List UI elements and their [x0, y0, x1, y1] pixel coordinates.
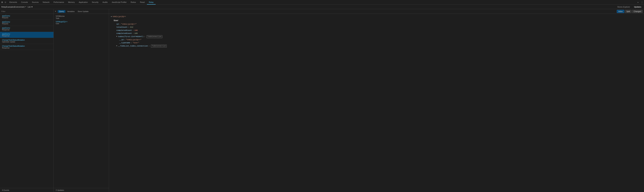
left-panel: appQuery Request appQuery Request appQue…	[0, 9, 54, 192]
event-type: Request	[2, 17, 52, 19]
tab-redux[interactable]: Redux	[129, 0, 138, 5]
close-icon[interactable]: ✕	[54, 10, 57, 13]
todo-connection-badge: TodoConnection	[146, 35, 162, 38]
field-key: completedCount	[116, 32, 132, 35]
field-value: "VXNlcjptZQ=="	[126, 39, 142, 41]
list-item[interactable]: ChangeTodoStatusMutation Optimistic Upda…	[0, 38, 54, 44]
event-type: Response	[2, 47, 52, 49]
dock-icon[interactable]: ⬒	[1, 1, 3, 4]
tab-javascript-profiler[interactable]: JavaScript Profiler	[110, 0, 129, 5]
query-sub: User	[56, 23, 107, 25]
tab-relay[interactable]: Relay	[147, 0, 156, 5]
tab-query[interactable]: Query	[58, 10, 66, 13]
middle-panel: ✕ Query Variables Store Update VG9kbzow …	[54, 9, 109, 192]
list-item[interactable]: ChangeTodoStatusMutation Response	[0, 44, 54, 50]
right-toolbar: Inline Split Changed	[109, 9, 644, 14]
right-content: ▶ VXNlcjptZQ== User id : "VXNlcjptZQ==" …	[109, 14, 644, 192]
field-key: completedCount	[116, 29, 132, 32]
list-item[interactable]: appQuery Request	[0, 14, 54, 20]
field-key: __typename	[119, 42, 130, 44]
list-selector[interactable]: List ▼	[28, 6, 33, 8]
tab-elements[interactable]: Elements	[8, 0, 19, 5]
field-key: todos(first:2147483647)	[118, 35, 144, 38]
filter-bar	[0, 9, 54, 14]
tree-row: ▶ todos(first:2147483647) : TodoConnecti…	[116, 35, 642, 38]
expand-icon[interactable]: ▶	[116, 35, 117, 38]
event-type: Optimistic Update	[2, 41, 52, 43]
top-bar-right: » ⋮	[636, 1, 643, 4]
tab-memory[interactable]: Memory	[66, 0, 77, 5]
env-selector[interactable]: RelayExamplesEnvironment ▼	[1, 6, 26, 8]
middle-tab-bar: ✕ Query Variables Store Update	[54, 9, 109, 14]
tab-store-update[interactable]: Store Update	[76, 10, 90, 13]
devtools-icons: ⬒ ⊡	[1, 1, 7, 4]
field-value: 212	[130, 26, 133, 29]
event-name: appQuery	[2, 27, 52, 29]
event-name: ChangeTodoStatusMutation	[2, 45, 52, 47]
env-label: RelayExamplesEnvironment	[1, 6, 24, 8]
tree-row: completedCount : 106	[116, 29, 642, 32]
middle-content: VG9kbzow Todo VXNlcjptZQ== User	[54, 14, 109, 188]
tree-row: __typename : "User"	[119, 41, 642, 45]
section-label: User	[114, 19, 118, 22]
left-footer: 6 Events	[0, 188, 54, 192]
settings-icon[interactable]: ⋮	[641, 1, 643, 4]
root-key: VXNlcjptZQ==	[112, 15, 126, 18]
tab-application[interactable]: Application	[77, 0, 90, 5]
second-bar-right: Stores Explorer Updates	[616, 6, 643, 8]
tab-react[interactable]: React	[138, 0, 147, 5]
event-type: Request	[2, 23, 52, 25]
right-panel: Inline Split Changed ▶ VXNlcjptZQ== User…	[109, 9, 644, 192]
events-count: 6 Events	[2, 189, 9, 191]
split-button[interactable]: Split	[625, 10, 632, 13]
updates-count: 2 Updates	[56, 189, 64, 191]
event-name: appQuery	[2, 15, 52, 17]
todo-connection-badge-2: TodoConnection	[151, 45, 167, 48]
tree-row: ▶ __TodoList_todos_connection : TodoConn…	[116, 45, 642, 48]
tab-console[interactable]: Console	[19, 0, 30, 5]
tree-row: ▶ VXNlcjptZQ==	[111, 15, 642, 18]
inspect-icon[interactable]: ⊡	[4, 1, 7, 4]
event-name: ChangeTodoStatusMutation	[2, 39, 52, 41]
query-link[interactable]: VXNlcjptZQ==	[56, 21, 68, 23]
tab-sources[interactable]: Sources	[30, 0, 40, 5]
main-layout: appQuery Request appQuery Request appQue…	[0, 9, 644, 192]
field-value: "VXNlcjptZQ=="	[121, 23, 136, 26]
tab-variables[interactable]: Variables	[66, 10, 76, 13]
tab-security[interactable]: Security	[90, 0, 100, 5]
event-type: Response	[2, 29, 52, 31]
changed-badge: Changed	[632, 10, 643, 13]
tab-performance[interactable]: Performance	[52, 0, 66, 5]
stores-explorer-button[interactable]: Stores Explorer	[616, 6, 632, 8]
updates-button[interactable]: Updates	[633, 6, 643, 8]
tree-row: __id : "VXNlcjptZQ=="	[119, 38, 642, 42]
list-label: List	[28, 6, 30, 8]
field-key: id	[116, 23, 118, 26]
tree-row: completedCount : 105	[116, 32, 642, 35]
field-key: __TodoList_todos_connection	[118, 45, 148, 48]
top-bar: ⬒ ⊡ Elements Console Sources Network Per…	[0, 0, 644, 5]
tree-row: totalCount : 212	[116, 26, 642, 29]
event-name: appQuery	[2, 33, 52, 35]
tab-network[interactable]: Network	[41, 0, 52, 5]
filter-input[interactable]	[1, 11, 52, 13]
query-name: VG9kbzow	[56, 15, 107, 17]
list-item[interactable]: appQuery Request	[0, 20, 54, 26]
middle-footer: 2 Updates	[54, 188, 109, 192]
field-value: 105	[134, 32, 138, 35]
more-tabs-icon[interactable]: »	[636, 1, 639, 4]
list-item[interactable]: appQuery Response	[0, 32, 54, 38]
field-value: "User"	[133, 42, 139, 44]
event-type: Response	[2, 35, 52, 37]
list-chevron-icon: ▼	[31, 6, 33, 8]
expand-icon[interactable]: ▶	[111, 16, 112, 18]
tab-audits[interactable]: Audits	[100, 0, 110, 5]
field-value: 106	[134, 29, 138, 32]
tree-row: User	[114, 18, 642, 23]
env-chevron-icon: ▼	[25, 6, 26, 8]
list-item[interactable]: appQuery Response	[0, 26, 54, 32]
inline-button[interactable]: Inline	[617, 10, 624, 13]
event-name: appQuery	[2, 21, 52, 23]
tab-bar: Elements Console Sources Network Perform…	[8, 0, 636, 5]
expand-icon[interactable]: ▶	[116, 45, 117, 47]
